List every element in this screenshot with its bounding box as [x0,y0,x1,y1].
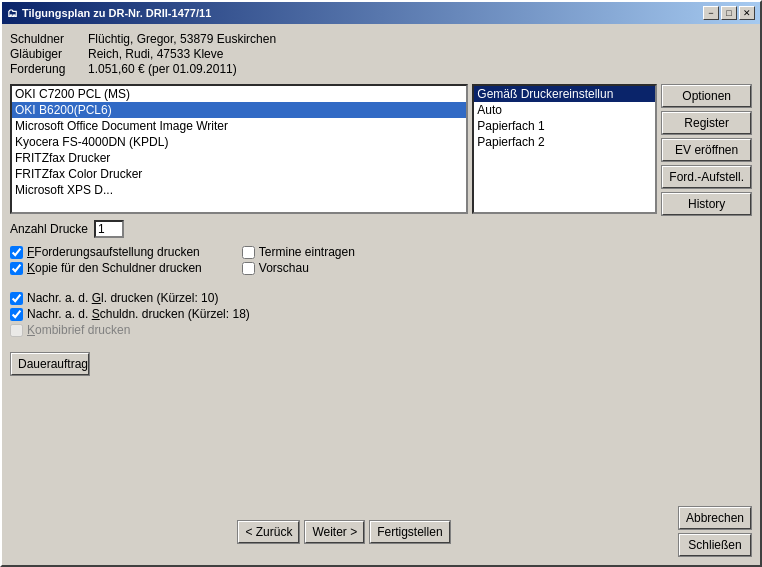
paper-listbox[interactable]: Gemäß Druckereinstellun Auto Papierfach … [472,84,657,214]
nachr-gl-checkbox[interactable] [10,292,23,305]
main-area: OKI C7200 PCL (MS) OKI B6200(PCL6) Micro… [10,84,752,498]
nachr-schuldn-checkbox[interactable] [10,308,23,321]
glaeubiger-label: Gläubiger [10,47,80,61]
vorschau-row: Vorschau [242,260,355,276]
window-content: Schuldner Flüchtig, Gregor, 53879 Euskir… [2,24,760,565]
kopie-schuldner-label[interactable]: Kopie für den Schuldner drucken [27,261,202,275]
list-item[interactable]: FRITZfax Color Drucker [12,166,466,182]
count-input[interactable] [94,220,124,238]
forderung-value: 1.051,60 € (per 01.09.2011) [88,62,237,76]
kombibrief-checkbox[interactable] [10,324,23,337]
schliessen-button[interactable]: Schließen [678,533,752,557]
list-item[interactable]: Microsoft Office Document Image Writer [12,118,466,134]
vorschau-label[interactable]: Vorschau [259,261,309,275]
nachr-schuldn-label[interactable]: Nachr. a. d. Schuldn. drucken (Kürzel: 1… [27,307,250,321]
footer-row: < Zurück Weiter > Fertigstellen Abbreche… [10,502,752,557]
col1-checks: FForderungsaufstellung drucken Kopie für… [10,244,202,276]
lists-row: OKI C7200 PCL (MS) OKI B6200(PCL6) Micro… [10,84,657,214]
checkbox-section-1: FForderungsaufstellung drucken Kopie für… [10,244,657,276]
nachr-gl-row: Nachr. a. d. Gl. drucken (Kürzel: 10) [10,290,657,306]
minimize-button[interactable]: − [703,6,719,20]
list-item[interactable]: OKI B6200(PCL6) [12,102,466,118]
title-bar-text: 🗂 Tilgungsplan zu DR-Nr. DRII-1477/11 [7,7,211,19]
title-bar: 🗂 Tilgungsplan zu DR-Nr. DRII-1477/11 − … [2,2,760,24]
maximize-button[interactable]: □ [721,6,737,20]
forderung-label: Forderung [10,62,80,76]
vorschau-checkbox[interactable] [242,262,255,275]
list-item[interactable]: Papierfach 1 [474,118,655,134]
list-item[interactable]: Papierfach 2 [474,134,655,150]
schuldner-row: Schuldner Flüchtig, Gregor, 53879 Euskir… [10,32,752,46]
list-item[interactable]: Microsoft XPS D... [12,182,466,198]
optionen-button[interactable]: Optionen [661,84,752,108]
footer-right-buttons: Abbrechen Schließen [678,506,752,557]
glaeubiger-row: Gläubiger Reich, Rudi, 47533 Kleve [10,47,752,61]
forderungsaufstellung-label[interactable]: FForderungsaufstellung drucken [27,245,200,259]
termine-eintragen-row: Termine eintragen [242,244,355,260]
dauerauftrag-button[interactable]: Dauerauftrag [10,352,90,376]
nachr-gl-label[interactable]: Nachr. a. d. Gl. drucken (Kürzel: 10) [27,291,218,305]
forderungsaufstellung-row: FForderungsaufstellung drucken [10,244,202,260]
info-section: Schuldner Flüchtig, Gregor, 53879 Euskir… [10,32,752,76]
list-item[interactable]: Auto [474,102,655,118]
dauerauftrag-section: Dauerauftrag [10,350,657,376]
zurueck-button[interactable]: < Zurück [237,520,300,544]
main-window: 🗂 Tilgungsplan zu DR-Nr. DRII-1477/11 − … [0,0,762,567]
bottom-center-buttons: < Zurück Weiter > Fertigstellen [10,514,678,550]
schuldner-label: Schuldner [10,32,80,46]
termine-eintragen-label[interactable]: Termine eintragen [259,245,355,259]
printer-listbox[interactable]: OKI C7200 PCL (MS) OKI B6200(PCL6) Micro… [10,84,468,214]
col2-checks: Termine eintragen Vorschau [242,244,355,276]
list-item[interactable]: Kyocera FS-4000DN (KPDL) [12,134,466,150]
termine-eintragen-checkbox[interactable] [242,246,255,259]
left-panel: OKI C7200 PCL (MS) OKI B6200(PCL6) Micro… [10,84,657,498]
ford-aufstell-button[interactable]: Ford.-Aufstell. [661,165,752,189]
title-bar-controls: − □ ✕ [703,6,755,20]
weiter-button[interactable]: Weiter > [304,520,365,544]
register-button[interactable]: Register [661,111,752,135]
list-item[interactable]: Gemäß Druckereinstellun [474,86,655,102]
glaeubiger-value: Reich, Rudi, 47533 Kleve [88,47,223,61]
kopie-schuldner-checkbox[interactable] [10,262,23,275]
list-item[interactable]: FRITZfax Drucker [12,150,466,166]
extra-checkboxes: Nachr. a. d. Gl. drucken (Kürzel: 10) Na… [10,290,657,338]
kopie-schuldner-row: Kopie für den Schuldner drucken [10,260,202,276]
history-button[interactable]: History [661,192,752,216]
count-row: Anzahl Drucke [10,220,657,238]
list-item[interactable]: OKI C7200 PCL (MS) [12,86,466,102]
schuldner-value: Flüchtig, Gregor, 53879 Euskirchen [88,32,276,46]
nachr-schuldn-row: Nachr. a. d. Schuldn. drucken (Kürzel: 1… [10,306,657,322]
fertigstellen-button[interactable]: Fertigstellen [369,520,450,544]
abbrechen-button[interactable]: Abbrechen [678,506,752,530]
ev-eroeffnen-button[interactable]: EV eröffnen [661,138,752,162]
forderungsaufstellung-checkbox[interactable] [10,246,23,259]
close-button[interactable]: ✕ [739,6,755,20]
app-icon: 🗂 [7,7,18,19]
count-label: Anzahl Drucke [10,222,88,236]
kombibrief-label: Kombibrief drucken [27,323,130,337]
kombibrief-row: Kombibrief drucken [10,322,657,338]
window-title: Tilgungsplan zu DR-Nr. DRII-1477/11 [22,7,211,19]
forderung-row: Forderung 1.051,60 € (per 01.09.2011) [10,62,752,76]
right-buttons-col: Optionen Register EV eröffnen Ford.-Aufs… [661,84,752,498]
